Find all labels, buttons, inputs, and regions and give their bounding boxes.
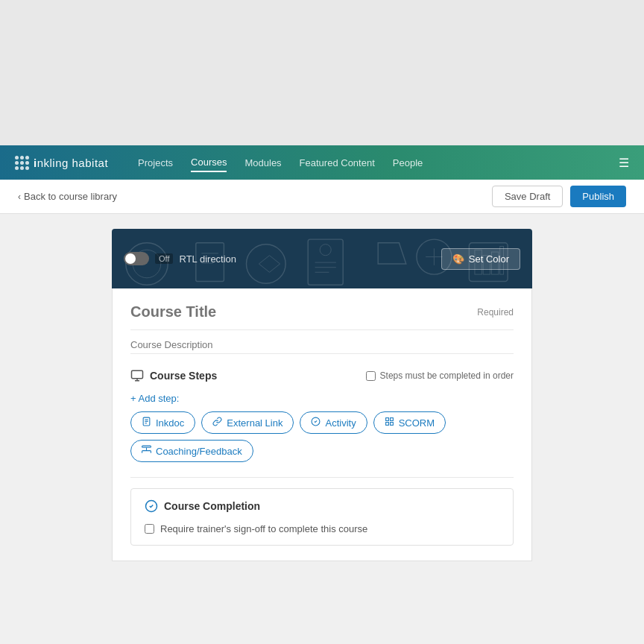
toggle-knob — [125, 253, 136, 264]
divider — [130, 477, 514, 478]
steps-order-checkbox[interactable] — [366, 371, 376, 381]
save-draft-button[interactable]: Save Draft — [492, 186, 563, 207]
back-link[interactable]: ‹ Back to course library — [18, 191, 117, 202]
brand: inkling habitat — [15, 156, 108, 170]
activity-label: Activity — [325, 417, 356, 429]
back-link-text: Back to course library — [24, 191, 117, 202]
steps-icon — [130, 369, 144, 382]
course-title-input[interactable] — [130, 303, 477, 321]
scorm-label: SCORM — [399, 417, 435, 429]
add-step-label: + Add step: — [130, 393, 514, 404]
nav-item-people[interactable]: People — [393, 154, 423, 171]
course-banner: Off RTL direction 🎨 Set Color — [112, 229, 532, 288]
publish-button[interactable]: Publish — [570, 186, 626, 207]
step-button-activity[interactable]: Activity — [300, 411, 367, 434]
navbar: inkling habitat Projects Courses Modules… — [0, 145, 644, 180]
menu-icon[interactable]: ☰ — [619, 156, 629, 170]
external-link-icon — [212, 417, 222, 429]
steps-order-label: Steps must be completed in order — [380, 370, 514, 381]
step-button-coaching-feedback[interactable]: Coaching/Feedback — [130, 440, 253, 462]
course-steps-label: Course Steps — [150, 370, 217, 382]
brand-dots-icon — [15, 156, 29, 170]
inkdoc-icon — [142, 417, 151, 429]
main-content: Off RTL direction 🎨 Set Color Required — [0, 214, 644, 576]
rtl-toggle: Off RTL direction — [124, 252, 236, 265]
rtl-direction-label: RTL direction — [179, 253, 236, 265]
completion-header: Course Completion — [145, 499, 499, 513]
completion-check-icon — [145, 499, 158, 513]
brand-name: inkling habitat — [34, 157, 108, 169]
svg-rect-26 — [390, 423, 393, 426]
completion-title-text: Course Completion — [164, 500, 260, 512]
course-completion-section: Course Completion Require trainer's sign… — [130, 488, 514, 546]
completion-checkbox-label[interactable]: Require trainer's sign-off to complete t… — [145, 523, 499, 534]
nav-item-modules[interactable]: Modules — [244, 154, 281, 171]
toolbar-actions: Save Draft Publish — [492, 186, 626, 207]
nav-item-featured[interactable]: Featured Content — [300, 154, 375, 171]
toggle-off-label: Off — [155, 253, 173, 264]
svg-rect-25 — [385, 423, 388, 426]
step-button-scorm[interactable]: SCORM — [373, 411, 446, 434]
required-badge: Required — [477, 307, 514, 318]
toolbar: ‹ Back to course library Save Draft Publ… — [0, 180, 644, 214]
nav-links: Projects Courses Modules Featured Conten… — [138, 154, 619, 172]
coaching-icon — [142, 445, 151, 457]
step-button-external-link[interactable]: External Link — [201, 411, 294, 434]
course-steps-section: Course Steps Steps must be completed in … — [130, 369, 514, 462]
course-card: Required Course Steps Steps must be comp… — [112, 288, 532, 561]
set-color-label: Set Color — [469, 253, 509, 265]
navbar-right: ☰ — [619, 156, 629, 170]
inkdoc-label: Inkdoc — [156, 417, 184, 429]
trainer-signoff-checkbox[interactable] — [145, 524, 154, 534]
svg-rect-23 — [385, 418, 388, 421]
add-step-text[interactable]: + Add step: — [130, 393, 179, 404]
top-background — [0, 0, 644, 145]
external-link-label: External Link — [227, 417, 282, 429]
rtl-toggle-switch[interactable] — [124, 252, 149, 265]
nav-item-courses[interactable]: Courses — [191, 154, 227, 172]
course-description-input[interactable] — [130, 336, 514, 354]
step-buttons-group: Inkdoc External Link — [130, 411, 514, 462]
banner-controls: Off RTL direction 🎨 Set Color — [124, 248, 520, 270]
activity-icon — [311, 417, 321, 429]
course-title-row: Required — [130, 303, 514, 330]
palette-icon: 🎨 — [452, 253, 464, 265]
trainer-signoff-label: Require trainer's sign-off to complete t… — [160, 523, 367, 534]
scorm-icon — [385, 417, 394, 429]
course-steps-header: Course Steps Steps must be completed in … — [130, 369, 514, 382]
svg-rect-24 — [390, 418, 393, 421]
back-arrow-icon: ‹ — [18, 192, 21, 202]
steps-order-checkbox-label[interactable]: Steps must be completed in order — [366, 370, 514, 381]
coaching-feedback-label: Coaching/Feedback — [156, 446, 242, 457]
nav-item-projects[interactable]: Projects — [138, 154, 173, 171]
course-steps-title: Course Steps — [130, 369, 217, 382]
svg-rect-20 — [132, 370, 143, 379]
step-button-inkdoc[interactable]: Inkdoc — [130, 411, 195, 434]
set-color-button[interactable]: 🎨 Set Color — [441, 248, 520, 270]
